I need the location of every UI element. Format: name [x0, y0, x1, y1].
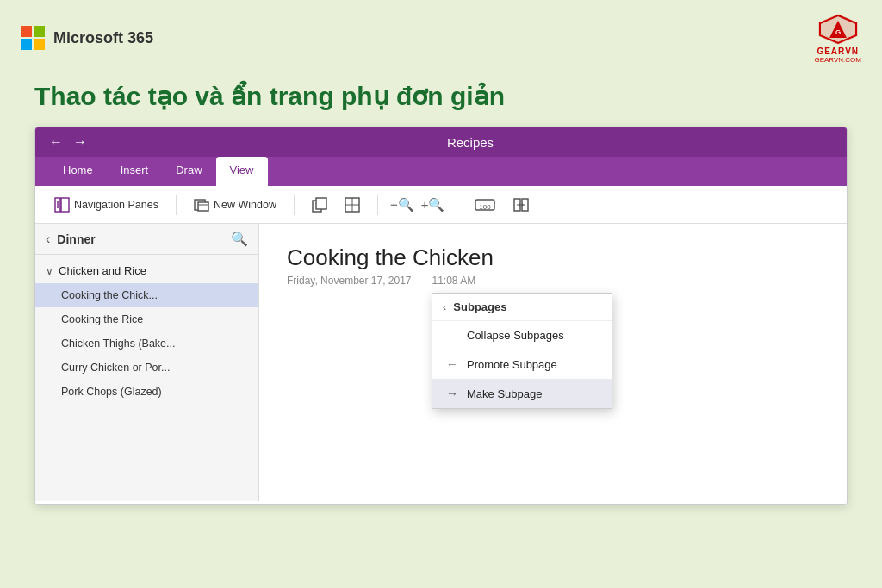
gearvn-brand-text: GEARVN [817, 46, 859, 56]
navigation-panes-icon [54, 197, 70, 213]
sidebar-section-chicken-rice[interactable]: ∨ Chicken and Rice [35, 258, 258, 283]
tab-insert[interactable]: Insert [107, 157, 163, 186]
sidebar-list: ∨ Chicken and Rice Cooking the Chick... … [35, 255, 258, 501]
ms365-text: Microsoft 365 [53, 29, 153, 47]
gearvn-logo: G GEARVN GEARVN.COM [814, 12, 861, 64]
sidebar-item-cooking-chicken[interactable]: Cooking the Chick... [35, 283, 258, 307]
content-area: ‹ Dinner 🔍 ∨ Chicken and Rice Cooking th… [35, 224, 847, 501]
page-content: Cooking the Chicken Friday, November 17,… [259, 224, 847, 501]
copy-icon-btn[interactable] [307, 194, 332, 216]
sq-red [21, 26, 32, 37]
navigation-panes-label: Navigation Panes [74, 199, 158, 211]
sq-green [34, 26, 45, 37]
page-title: Cooking the Chicken [287, 244, 819, 271]
gearvn-sub-text: GEARVN.COM [814, 56, 861, 64]
context-menu-make[interactable]: → Make Subpage [432, 379, 612, 408]
svg-text:100: 100 [480, 203, 492, 211]
sidebar-collapse-icon[interactable]: ‹ [46, 232, 50, 247]
sq-yellow [34, 39, 45, 50]
sidebar-item-curry-chicken[interactable]: Curry Chicken or Por... [35, 356, 258, 380]
gearvn-icon: G [817, 12, 860, 46]
toolbar-separator-3 [377, 195, 378, 215]
zoom-out-icon[interactable]: −🔍 [390, 197, 414, 213]
promote-subpage-label: Promote Subpage [467, 358, 557, 371]
ribbon: Home Insert Draw View [35, 157, 847, 186]
section-chevron-icon: ∨ [46, 265, 53, 277]
table-icon-btn[interactable] [339, 194, 365, 216]
back-arrow-icon[interactable]: ← [49, 134, 63, 150]
page-heading: Thao tác tạo và ẩn trang phụ đơn giản [0, 72, 882, 127]
tab-view[interactable]: View [216, 157, 268, 186]
top-bar: Microsoft 365 G GEARVN GEARVN.COM [0, 0, 882, 72]
toolbar: Navigation Panes New Window [35, 186, 847, 224]
svg-marker-21 [522, 203, 524, 207]
copy-icon [312, 197, 327, 213]
new-window-icon [194, 197, 209, 213]
page-date: Friday, November 17, 2017 [287, 275, 412, 287]
fit-page-button[interactable] [507, 194, 535, 216]
svg-marker-20 [519, 203, 520, 207]
context-menu-collapse[interactable]: Collapse Subpages [432, 321, 612, 350]
onenote-window: ← → Recipes Home Insert Draw View Naviga… [34, 127, 848, 505]
sidebar-notebook-title: Dinner [57, 232, 224, 246]
sidebar-section-label: Chicken and Rice [59, 264, 146, 277]
sidebar: ‹ Dinner 🔍 ∨ Chicken and Rice Cooking th… [35, 224, 259, 501]
collapse-subpages-label: Collapse Subpages [467, 329, 564, 342]
context-menu-header: ‹ Subpages [432, 294, 612, 321]
zoom-in-icon[interactable]: +🔍 [421, 197, 445, 213]
window-title: Recipes [108, 135, 833, 150]
context-menu-title: Subpages [453, 300, 506, 313]
svg-rect-8 [198, 202, 208, 211]
svg-text:G: G [835, 28, 841, 36]
sidebar-search-icon[interactable]: 🔍 [231, 231, 248, 247]
sq-blue [21, 39, 32, 50]
sidebar-item-label-cooking-rice: Cooking the Rice [61, 313, 143, 325]
ms365-logo: Microsoft 365 [21, 26, 153, 50]
nav-arrows: ← → [49, 134, 87, 150]
tab-draw[interactable]: Draw [162, 157, 215, 186]
zoom-100-icon: 100 [475, 197, 495, 213]
toolbar-separator-4 [457, 195, 457, 215]
context-menu-back-icon[interactable]: ‹ [443, 300, 446, 313]
sidebar-header: ‹ Dinner 🔍 [35, 224, 258, 255]
fit-page-icon [512, 197, 530, 213]
sidebar-item-label-curry-chicken: Curry Chicken or Por... [61, 362, 170, 374]
tab-home[interactable]: Home [49, 157, 107, 186]
page-meta: Friday, November 17, 2017 11:08 AM [287, 275, 819, 287]
forward-arrow-icon[interactable]: → [73, 134, 87, 150]
table-icon [345, 197, 360, 213]
new-window-button[interactable]: New Window [189, 194, 282, 216]
sidebar-item-label-cooking-chicken: Cooking the Chick... [61, 289, 158, 301]
sidebar-item-pork-chops[interactable]: Pork Chops (Glazed) [35, 380, 258, 404]
navigation-panes-button[interactable]: Navigation Panes [49, 194, 164, 216]
toolbar-separator-1 [176, 195, 177, 215]
svg-rect-11 [316, 198, 326, 209]
title-bar: ← → Recipes [35, 127, 847, 157]
zoom-100-button[interactable]: 100 [469, 194, 500, 216]
promote-arrow-icon: ← [446, 357, 460, 371]
context-menu: ‹ Subpages Collapse Subpages ← Promote S… [432, 293, 612, 409]
new-window-label: New Window [214, 199, 276, 211]
toolbar-separator-2 [294, 195, 295, 215]
ms-squares-icon [21, 26, 45, 50]
sidebar-item-label-pork-chops: Pork Chops (Glazed) [61, 386, 162, 398]
context-menu-promote[interactable]: ← Promote Subpage [432, 350, 612, 379]
make-subpage-label: Make Subpage [467, 387, 542, 400]
sidebar-item-cooking-rice[interactable]: Cooking the Rice [35, 307, 258, 331]
page-time: 11:08 AM [432, 275, 476, 287]
sidebar-item-label-chicken-thighs: Chicken Thighs (Bake... [61, 337, 175, 350]
sidebar-item-chicken-thighs[interactable]: Chicken Thighs (Bake... [35, 331, 258, 356]
svg-rect-5 [61, 198, 69, 212]
make-arrow-icon: → [446, 387, 460, 400]
